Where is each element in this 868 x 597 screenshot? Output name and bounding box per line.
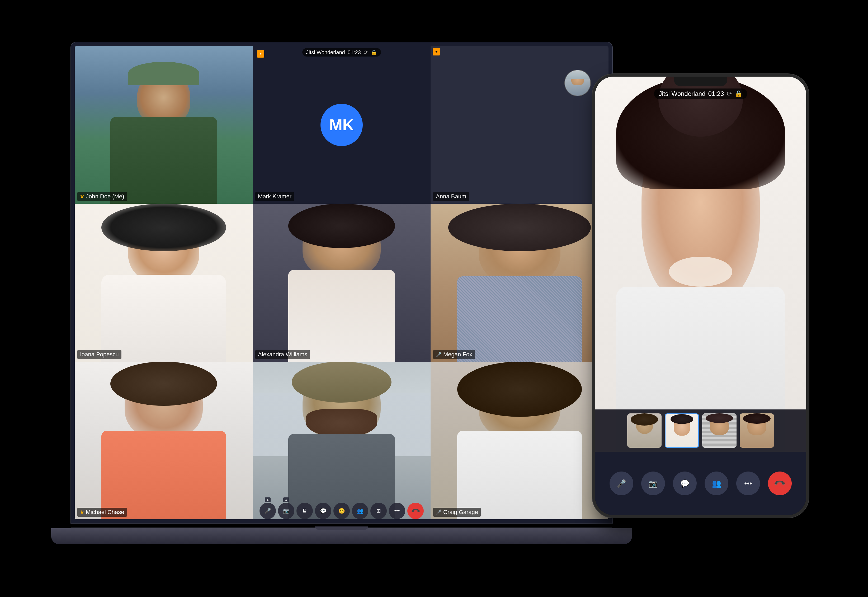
participant-label-mark: Mark Kramer [255,192,294,201]
video-grid: ♛ John Doe (Me) Jitsi Wonderland 01:23 ⟳… [75,46,609,519]
mic-arrow-up[interactable]: ▲ [265,498,271,502]
video-cell-michael: ♛ Michael Chase [75,362,253,519]
participant-name-john: John Doe (Me) [86,193,124,200]
timer-phone: 01:23 [708,90,724,98]
laptop-notch [315,526,368,530]
room-header-laptop: Jitsi Wonderland 01:23 ⟳ 🔒 [302,48,381,56]
scene: ♛ John Doe (Me) Jitsi Wonderland 01:23 ⟳… [38,21,830,576]
more-button[interactable]: ••• [389,503,405,519]
laptop-screen-inner: ♛ John Doe (Me) Jitsi Wonderland 01:23 ⟳… [75,46,609,519]
participant-name-anna: Anna Baum [436,193,466,200]
camera-button[interactable]: 📷 [278,503,294,519]
participant-label-john: ♛ John Doe (Me) [77,192,127,201]
phone-toolbar: 🎤 📷 💬 👥 ••• 📞 [595,452,806,515]
phone-end-call-button[interactable]: 📞 [763,466,797,500]
lock-icon: 🔒 [371,49,377,55]
phone: Jitsi Wonderland 01:23 ⟳ 🔒 [592,74,809,518]
toolbar-camera-group[interactable]: ▲ 📷 [278,498,294,519]
laptop-body [51,528,632,544]
video-cell-anna: ✦ Anna Baum [431,46,609,203]
mic-button[interactable]: 🎤 [259,503,276,519]
mic-off-icon-megan: 🎤 [436,352,441,357]
screen-share-button[interactable]: 🖥 [296,503,313,519]
video-cell-megan: 🎤 Megan Fox [431,203,609,361]
participants-button[interactable]: 👥 [352,503,368,519]
participant-label-anna: Anna Baum [433,192,469,201]
room-name-laptop: Jitsi Wonderland [306,49,345,55]
mk-avatar: MK [320,104,363,146]
toolbar-laptop: ▲ 🎤 ▲ 📷 🖥 [75,497,609,519]
phone-thumb-3[interactable] [702,413,736,448]
host-badge-anna: ✦ [433,48,440,55]
participant-label-megan: 🎤 Megan Fox [433,350,475,359]
participant-name-mark: Mark Kramer [258,193,292,200]
camera-arrow-up[interactable]: ▲ [283,498,289,502]
video-cell-craig: 🎤 Craig Garage [431,362,609,519]
phone-mic-button[interactable]: 🎤 [610,472,633,495]
participant-label-ioana: Ioana Popescu [77,350,121,359]
speed-icon-phone: ⟳ [727,90,732,98]
video-cell-ioana: Ioana Popescu [75,203,253,361]
participant-name-megan: Megan Fox [443,351,472,358]
phone-thumbnail-bar [595,410,806,452]
phone-participants-button[interactable]: 👥 [705,472,728,495]
phone-thumb-4[interactable] [740,413,774,448]
video-cell-john: ♛ John Doe (Me) [75,46,253,203]
phone-main-video: Jitsi Wonderland 01:23 ⟳ 🔒 [595,77,806,452]
phone-thumb-2[interactable] [665,413,699,448]
phone-thumb-1[interactable] [627,413,662,448]
phone-camera-button[interactable]: 📷 [641,472,665,495]
phone-chat-button[interactable]: 💬 [673,472,697,495]
host-badge-mark: ✦ [257,50,264,58]
laptop: ♛ John Doe (Me) Jitsi Wonderland 01:23 ⟳… [64,42,619,544]
phone-screen: Jitsi Wonderland 01:23 ⟳ 🔒 [595,77,806,515]
toolbar-mic-group[interactable]: ▲ 🎤 [259,498,276,519]
timer-laptop: 01:23 [348,49,361,55]
speed-icon: ⟳ [363,49,368,55]
end-call-button[interactable] [407,503,424,519]
participant-name-alexandra: Alexandra Williams [258,351,307,358]
room-name-phone: Jitsi Wonderland [659,90,705,98]
phone-more-button[interactable]: ••• [736,472,760,495]
participant-name-ioana: Ioana Popescu [80,351,119,358]
chat-button[interactable]: 💬 [315,503,331,519]
participant-label-alexandra: Alexandra Williams [255,350,310,359]
video-cell-alexandra: Alexandra Williams [253,203,431,361]
lock-icon-phone: 🔒 [735,90,743,98]
room-header-phone: Jitsi Wonderland 01:23 ⟳ 🔒 [654,89,747,99]
grid-button[interactable]: ⊞ [370,503,387,519]
video-cell-mark: Jitsi Wonderland 01:23 ⟳ 🔒 MK ✦ Mark [253,46,431,203]
video-cell-bearded [253,362,431,519]
anna-thumbnail [564,70,591,96]
crown-icon-john: ♛ [80,194,84,199]
laptop-screen: ♛ John Doe (Me) Jitsi Wonderland 01:23 ⟳… [71,42,612,523]
phone-notch [674,77,727,86]
mk-initials: MK [329,116,354,134]
emoji-button[interactable]: 😊 [333,503,350,519]
